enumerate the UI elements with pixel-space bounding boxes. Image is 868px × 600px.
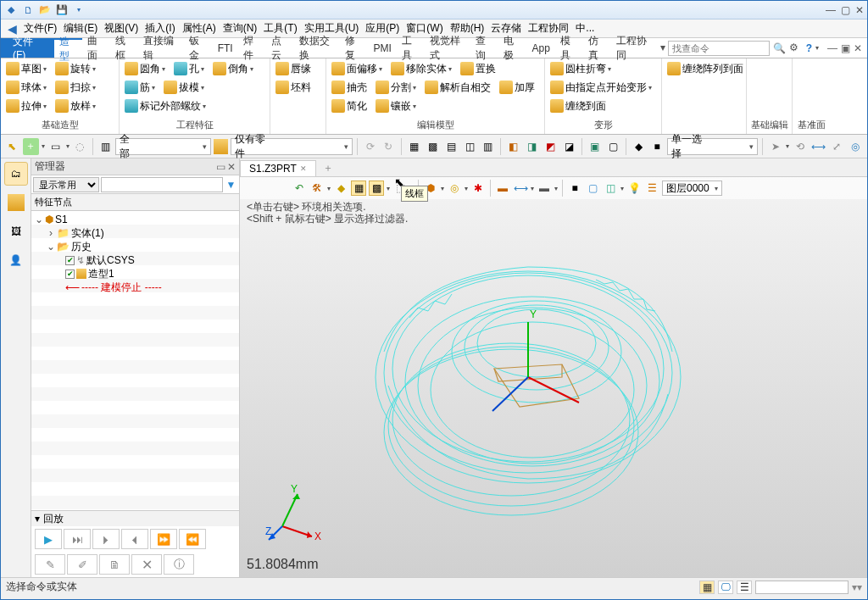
tb-cube-icon[interactable] <box>214 139 228 154</box>
restore-icon[interactable]: ▣ <box>841 42 850 54</box>
vb-m6[interactable]: ◫ <box>603 181 618 196</box>
tab-query[interactable]: 查询 <box>470 38 498 58</box>
vb-tool[interactable]: 🛠 <box>309 181 325 196</box>
sb-3[interactable]: ☰ <box>737 581 752 594</box>
combo-single[interactable]: 单一选择▾ <box>667 138 758 155</box>
btn-remove[interactable]: 移除实体▾ <box>389 60 453 77</box>
combo-parts[interactable]: 仅有零件▾ <box>231 138 353 155</box>
tab-repair[interactable]: 修复 <box>340 38 368 58</box>
sheet-button[interactable]: 🗎 <box>99 554 130 575</box>
vb-m5[interactable]: ▢ <box>585 181 600 196</box>
feature-tree[interactable]: ⌄⬢S1 ›📁实体(1) ⌄📂历史 ✔↯默认CSYS ✔造型1 ⟵----- 建… <box>31 211 239 510</box>
tab-shape[interactable]: 造型 <box>54 38 82 58</box>
tb-i5[interactable]: ▥ <box>480 138 496 155</box>
tabs-overflow-icon[interactable]: ▾ <box>658 38 668 58</box>
tb-ptr[interactable]: ➤ <box>767 138 783 155</box>
btn-sphere[interactable]: 球体▾ <box>4 79 48 96</box>
new-icon[interactable]: 🗋 <box>21 3 35 17</box>
filter-input[interactable] <box>101 177 223 192</box>
view-tab[interactable]: S1.Z3PRT✕ <box>240 160 316 176</box>
tab-pointcloud[interactable]: 点云 <box>266 38 294 58</box>
btn-hole[interactable]: 孔▾ <box>172 60 206 77</box>
tb-i2[interactable]: ▩ <box>425 138 441 155</box>
btn-draft[interactable]: 拔模▾ <box>162 79 206 96</box>
viewport[interactable]: S1.Z3PRT✕ ＋ ↶ 🛠▾ ◆ ▦ ▩▾ ⬚▾ ⬢▾ ◎▾ ✱ ▬ ⟷▾ … <box>240 158 867 577</box>
sidebar-cube-button[interactable] <box>4 191 28 214</box>
tb-circ[interactable]: ◎ <box>848 138 864 155</box>
btn-deform[interactable]: 由指定点开始变形▾ <box>548 79 658 96</box>
qab-dropdown-icon[interactable]: ▾ <box>72 3 86 17</box>
tab-appx[interactable]: App <box>527 38 555 58</box>
btn-sketch[interactable]: 草图▾ <box>4 60 48 77</box>
btn-offset[interactable]: 面偏移▾ <box>330 60 384 77</box>
tab-surface[interactable]: 曲面 <box>82 38 110 58</box>
vb-yellow1[interactable]: ▦ <box>351 181 366 196</box>
menu-back-icon[interactable]: ◀ <box>4 22 20 36</box>
tb-i9[interactable]: ◪ <box>561 138 577 155</box>
combo-all[interactable]: 全部▾ <box>115 138 210 155</box>
info-button[interactable]: ⓘ <box>164 554 194 575</box>
tb-i3[interactable]: ▤ <box>443 138 459 155</box>
file-tab[interactable]: 文件(F) <box>1 38 54 58</box>
vb-circ[interactable]: ◎ <box>447 181 462 196</box>
maximize-icon[interactable]: ▢ <box>841 4 850 16</box>
tab-tools[interactable]: 工具 <box>397 38 425 58</box>
tb-i1[interactable]: ▦ <box>406 138 422 155</box>
tab-pmi[interactable]: PMI <box>368 38 396 58</box>
btn-sweep[interactable]: 扫掠▾ <box>53 79 97 96</box>
btn-cylbend[interactable]: 圆柱折弯▾ <box>548 60 658 77</box>
tb-i13[interactable]: ■ <box>649 138 665 155</box>
vb-undo[interactable]: ↶ <box>292 181 307 196</box>
tab-wire[interactable]: 线框 <box>110 38 138 58</box>
tab-collab[interactable]: 工程协同 <box>611 38 657 58</box>
tb-i6[interactable]: ◧ <box>505 138 521 155</box>
btn-embed[interactable]: 镶嵌▾ <box>374 97 418 114</box>
btn-shell[interactable]: 抽壳 <box>330 79 369 96</box>
open-icon[interactable]: 📂 <box>38 3 52 17</box>
btn-rib[interactable]: 筋▾ <box>123 79 157 96</box>
sidebar-view-button[interactable]: 🖼 <box>4 219 28 243</box>
rewind-button[interactable]: ⏪ <box>179 529 206 549</box>
btn-thread[interactable]: 标记外部螺纹▾ <box>123 97 208 114</box>
step-out-button[interactable]: ⏴ <box>121 529 148 549</box>
delete-button[interactable]: ✕ <box>131 554 162 575</box>
tb-i8[interactable]: ◩ <box>542 138 559 155</box>
tb-arrow[interactable]: ⬉ <box>4 138 20 155</box>
close-icon[interactable]: ✕ <box>855 4 864 16</box>
vb-m1[interactable]: ▬ <box>495 181 510 196</box>
tb-dim[interactable]: ⟷ <box>810 138 826 155</box>
tab-weld[interactable]: 焊件 <box>238 38 266 58</box>
step-in-button[interactable]: ⏵ <box>92 529 120 549</box>
search-icon[interactable]: 🔍 <box>773 42 786 54</box>
vb-yellow2[interactable]: ▩ <box>369 181 384 196</box>
fast-fwd-button[interactable]: ⏩ <box>150 529 177 549</box>
btn-wraparray[interactable]: 缠绕阵列到面 <box>665 60 745 77</box>
edit-button[interactable]: ✎ <box>35 554 65 575</box>
btn-chamfer[interactable]: 倒角▾ <box>211 60 255 77</box>
tb-box[interactable]: ▭ <box>47 138 64 155</box>
status-input[interactable] <box>755 581 849 594</box>
model-canvas[interactable]: Y <box>240 199 867 581</box>
btn-lip[interactable]: 唇缘 <box>274 60 322 77</box>
tab-sim[interactable]: 仿真 <box>583 38 611 58</box>
vb-bulb[interactable]: 💡 <box>626 181 642 196</box>
tab-electrode[interactable]: 电极 <box>498 38 526 58</box>
vb-m3[interactable]: ▬ <box>537 181 552 196</box>
btn-fillet[interactable]: 圆角▾ <box>123 60 167 77</box>
close2-icon[interactable]: ✕ <box>854 42 862 54</box>
tb-dim2[interactable]: ⤢ <box>829 138 845 155</box>
filter-select[interactable]: 显示常用 <box>33 177 99 192</box>
tab-mold[interactable]: 模具 <box>555 38 583 58</box>
sidebar-tree-button[interactable]: 🗂 <box>4 162 28 186</box>
tab-visual[interactable]: 视觉样式 <box>425 38 470 58</box>
btn-simplify[interactable]: 简化 <box>330 97 369 114</box>
play-button[interactable]: ▶ <box>35 529 62 549</box>
step-fwd-button[interactable]: ⏭ <box>64 529 91 549</box>
btn-wrap[interactable]: 缠绕到面 <box>548 97 658 114</box>
sb-1[interactable]: ▦ <box>699 581 715 594</box>
tab-sheetmetal[interactable]: 钣金 <box>184 38 212 58</box>
gear-icon[interactable]: ⚙ <box>789 42 803 55</box>
btn-loft[interactable]: 放样▾ <box>53 97 97 114</box>
new-tab-button[interactable]: ＋ <box>316 158 340 176</box>
vb-target[interactable]: ✱ <box>470 181 486 196</box>
